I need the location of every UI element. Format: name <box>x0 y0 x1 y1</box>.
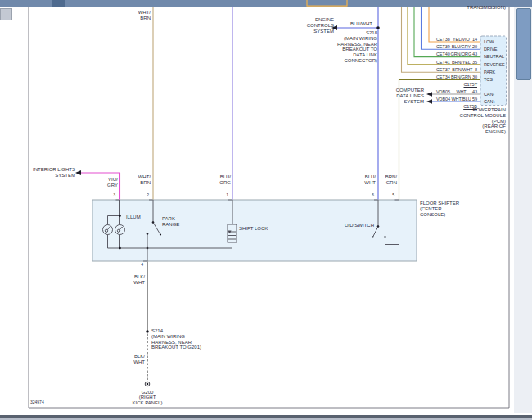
pin-6-label: 6 <box>367 193 374 198</box>
pcm-pin-can-low: CAN- <box>484 92 494 97</box>
pcm-pin-neutral: NEUTRAL <box>484 54 504 59</box>
blu-wht-top-label: BLU/WHT <box>350 21 372 27</box>
wire-color-code: YEL/VIO <box>453 37 470 42</box>
pcm-pin-low: LOW <box>484 39 494 44</box>
wht-brn-mid-label: WHT/ BRN <box>138 174 151 186</box>
wht-brn-top-label: WHT/ BRN <box>138 10 151 21</box>
wire-color-code: BRN/GRN <box>451 75 471 79</box>
pin-number: 43 <box>472 52 477 56</box>
wire-color-code: BRN/WHT <box>452 67 472 72</box>
park-range-label: PARK RANGE <box>162 216 179 228</box>
computer-data-lines-label: COMPUTER DATA LINES SYSTEM <box>396 88 424 104</box>
splice-s218-dot <box>376 26 380 29</box>
wire-color-code: BLU/GRY <box>452 44 471 49</box>
ground-g200-icon <box>145 382 150 386</box>
powertrain-control-module-label: POWERTRAIN CONTROL MODULE (PCM) (REAR OF… <box>460 107 506 135</box>
pin-4-label: 4 <box>137 263 143 268</box>
circuit-id: CET38 <box>436 37 450 42</box>
splice-s218-label: S218 (MAIN WIRING HARNESS, NEAR BREAKOUT… <box>337 30 377 64</box>
pcm-row-cet39: CET39 BLU/GRY 20 <box>436 44 477 49</box>
circuit-id: CET40 <box>436 52 450 56</box>
pcm-row-cet41: CET41 BRN/YEL 35 <box>436 60 477 65</box>
arrow-can-low-icon <box>426 92 432 97</box>
pcm-pin-tcs: TCS <box>484 77 493 82</box>
floor-shifter-label: FLOOR SHIFTER (CENTER CONSOLE) <box>420 201 459 217</box>
pin-1-label: 1 <box>222 193 228 198</box>
pin-number: 35 <box>472 60 477 65</box>
circuit-id: CET37 <box>436 67 450 72</box>
pcm-row-cet40: CET40 GRN/ORG 43 <box>436 52 477 56</box>
pcm-row-vdb04: VDB04 WHT/BLU 59 <box>436 97 477 102</box>
pcm-row-cet34: CET34 BRN/GRN 30 <box>436 75 477 79</box>
pin-number: 20 <box>472 44 477 49</box>
blu-wht-mid-label: BLU/ WHT <box>364 174 376 186</box>
blk-wht-lower-label: BLK/ WHT <box>133 354 145 365</box>
ground-g200-label: G200 (RIGHT KICK PANEL) <box>124 390 170 405</box>
wire-color-code: WHT/BLU <box>451 97 471 102</box>
wire-color-code: BRN/YEL <box>452 60 471 65</box>
pin-2-label: 2 <box>142 193 149 198</box>
pin-number: 43 <box>472 89 477 94</box>
pin-3-label: 3 <box>109 193 115 198</box>
pcm-row-cet38: CET38 YEL/VIO 14 <box>436 37 477 42</box>
pcm-row-vdb05: VDB05 WHT 43 <box>436 89 477 94</box>
circuit-id: CET39 <box>436 44 450 49</box>
blk-wht-upper-label: BLK/ WHT <box>133 274 145 286</box>
pcm-pin-park: PARK <box>484 70 495 75</box>
pin-number: 30 <box>472 75 477 79</box>
pin-number: 8 <box>475 67 477 72</box>
engine-controls-system-label: ENGINE CONTROLS SYSTEM <box>307 17 334 34</box>
blu-org-label: BLU/ ORG <box>219 174 231 186</box>
pin-number: 59 <box>472 97 477 102</box>
top-connector-bracket <box>307 0 347 6</box>
splice-s214-dot <box>146 330 149 333</box>
pcm-pin-can-high: CAN+ <box>484 99 495 104</box>
page-number: 324974 <box>30 400 44 405</box>
pcm-pin-drive: DRIVE <box>484 47 497 52</box>
wire-color-code: GRN/ORG <box>451 52 472 56</box>
vio-gry-label: VIO/ GRY <box>107 177 118 188</box>
wiring-diagram-viewer: TRANSMISSION) WHT/ BRN ENGINE CONTROLS S… <box>0 0 532 420</box>
illum-label: ILLUM <box>126 215 141 220</box>
circuit-id: CET34 <box>436 75 450 79</box>
brn-grn-mid-label: BRN/ GRN <box>385 174 397 186</box>
interior-lights-system-label: INTERIOR LIGHTS SYSTEM <box>33 167 75 178</box>
shift-lock-label: SHIFT LOCK <box>239 226 268 232</box>
wire-blu-gry <box>422 7 480 49</box>
pin-5-label: 5 <box>388 193 394 198</box>
transmission-label: TRANSMISSION) <box>467 5 506 11</box>
pcm-row-cet37: CET37 BRN/WHT 8 <box>436 67 477 72</box>
circuit-id: CET41 <box>436 60 450 65</box>
arrow-interior-lights-icon <box>75 170 81 175</box>
pcm-pin-reverse: REVERSE <box>484 62 505 67</box>
wire-color-code: WHT <box>456 89 466 94</box>
arrow-can-high-icon <box>426 99 432 104</box>
pin-number: 14 <box>472 37 477 42</box>
circuit-id: VDB04 <box>436 97 450 102</box>
splice-s214-label: S214 (MAIN WIRING HARNESS, NEAR BREAKOUT… <box>151 328 201 350</box>
connector-c175t-label: C175T <box>436 82 477 87</box>
od-switch-label: O/D SWITCH <box>345 223 374 228</box>
circuit-id: VDB05 <box>436 89 450 94</box>
